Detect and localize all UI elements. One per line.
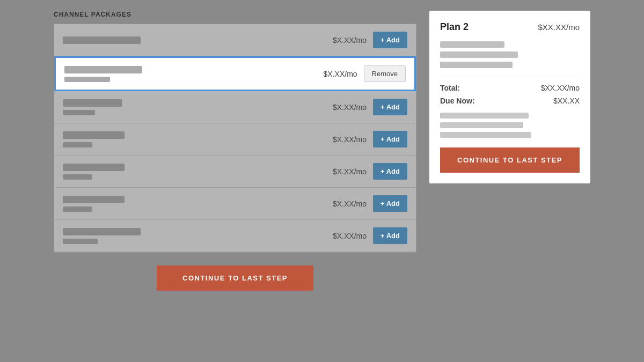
package-price-1: $X.XX/mo: [333, 36, 367, 45]
pkg-sub-bar-7: [63, 239, 98, 244]
plan-totals: Total: $XX.XX/mo Due Now: $XX.XX: [440, 84, 580, 105]
plan-divider: [440, 77, 580, 77]
plan-header: Plan 2 $XX.XX/mo: [440, 21, 580, 33]
package-right-3: $X.XX/mo + Add: [333, 99, 407, 115]
plan-desc-bar-3: [440, 132, 531, 138]
due-label: Due Now:: [440, 97, 475, 105]
add-button-4[interactable]: + Add: [373, 131, 407, 147]
plan-desc-bar-1: [440, 113, 529, 119]
left-column: CHANNEL PACKAGES $X.XX/mo + Add: [54, 11, 416, 351]
package-right-6: $X.XX/mo + Add: [333, 195, 407, 212]
package-right-5: $X.XX/mo + Add: [333, 163, 407, 180]
pkg-name-bar-3: [63, 99, 122, 107]
package-right-1: $X.XX/mo + Add: [333, 32, 407, 48]
bottom-continue-area: CONTINUE TO LAST STEP: [54, 265, 416, 291]
add-button-6[interactable]: + Add: [373, 195, 407, 212]
pkg-sub-bar-6: [63, 206, 92, 212]
package-item-4: $X.XX/mo + Add: [54, 123, 416, 156]
plan-name: Plan 2: [440, 21, 469, 33]
plan-header-price: $XX.XX/mo: [538, 23, 580, 32]
plan-detail-bar-2: [440, 51, 518, 58]
add-button-7[interactable]: + Add: [373, 227, 407, 244]
right-column: Plan 2 $XX.XX/mo Total: $XX.XX/mo Due No…: [429, 11, 590, 351]
package-info-6: [63, 196, 125, 212]
package-item-5: $X.XX/mo + Add: [54, 156, 416, 188]
due-value: $XX.XX: [553, 97, 580, 105]
pkg-name-bar-2: [64, 66, 142, 73]
pkg-name-bar-1: [63, 36, 141, 44]
package-price-7: $X.XX/mo: [333, 232, 367, 240]
pkg-name-bar-6: [63, 196, 125, 203]
packages-list: $X.XX/mo + Add $X.XX/mo Remove: [54, 24, 416, 253]
package-info-5: [63, 164, 125, 180]
plan-card: Plan 2 $XX.XX/mo Total: $XX.XX/mo Due No…: [429, 11, 590, 183]
package-info-7: [63, 228, 141, 244]
package-item-1: $X.XX/mo + Add: [54, 24, 416, 56]
continue-button-bottom[interactable]: CONTINUE TO LAST STEP: [157, 265, 313, 291]
pkg-name-bar-7: [63, 228, 141, 235]
package-item-6: $X.XX/mo + Add: [54, 188, 416, 220]
plan-detail-bar-1: [440, 41, 504, 48]
section-title: CHANNEL PACKAGES: [54, 11, 416, 18]
plan-details: [440, 41, 580, 68]
package-item-3: $X.XX/mo + Add: [54, 91, 416, 123]
pkg-name-bar-4: [63, 131, 125, 139]
remove-button-2[interactable]: Remove: [364, 65, 406, 82]
package-item-7: $X.XX/mo + Add: [54, 220, 416, 252]
pkg-sub-bar-2: [64, 77, 110, 82]
pkg-name-bar-5: [63, 164, 125, 171]
total-label: Total:: [440, 84, 460, 92]
package-item-2: $X.XX/mo Remove: [54, 56, 416, 91]
package-right-4: $X.XX/mo + Add: [333, 131, 407, 147]
add-button-5[interactable]: + Add: [373, 163, 407, 180]
plan-desc-bars: [440, 113, 580, 138]
package-right-2: $X.XX/mo Remove: [324, 65, 406, 82]
package-right-7: $X.XX/mo + Add: [333, 227, 407, 244]
package-info-3: [63, 99, 122, 115]
pkg-sub-bar-4: [63, 142, 92, 147]
plan-detail-bar-3: [440, 62, 513, 68]
package-price-4: $X.XX/mo: [333, 135, 367, 144]
add-button-3[interactable]: + Add: [373, 99, 407, 115]
continue-button-right[interactable]: CONTINUE TO LAST STEP: [440, 147, 580, 173]
add-button-1[interactable]: + Add: [373, 32, 407, 48]
package-info-4: [63, 131, 125, 147]
due-row: Due Now: $XX.XX: [440, 97, 580, 105]
package-price-6: $X.XX/mo: [333, 200, 367, 208]
total-value: $XX.XX/mo: [541, 84, 580, 92]
plan-desc-bar-2: [440, 122, 523, 128]
pkg-sub-bar-3: [63, 110, 95, 115]
package-price-3: $X.XX/mo: [333, 103, 367, 112]
pkg-sub-bar-5: [63, 174, 92, 180]
total-row: Total: $XX.XX/mo: [440, 84, 580, 92]
package-info-2: [64, 66, 142, 82]
package-info-1: [63, 36, 141, 44]
package-price-5: $X.XX/mo: [333, 167, 367, 176]
package-price-2: $X.XX/mo: [324, 70, 357, 78]
